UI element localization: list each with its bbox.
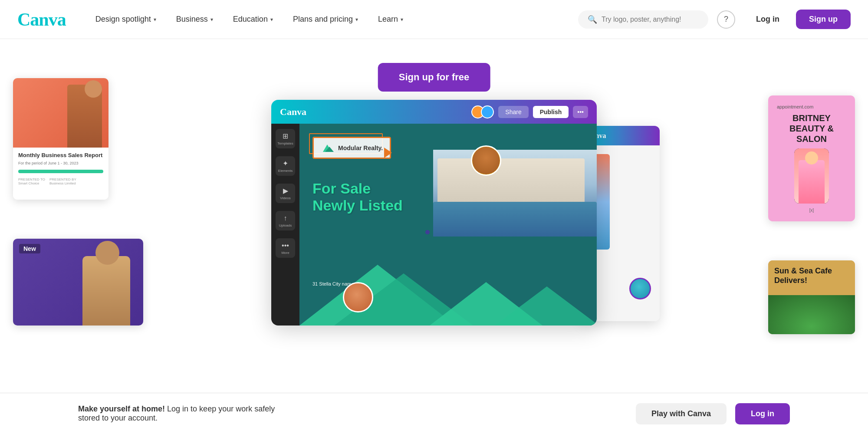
- banner-login-button[interactable]: Log in: [735, 403, 790, 424]
- publish-button[interactable]: Publish: [533, 106, 569, 118]
- right-card-beauty-salon: appointment.com BRITNEY BEAUTY & SALON […: [768, 95, 855, 221]
- editor-body: ⊞ Templates ✦ Elements ▶ Videos ↑ Upload…: [271, 124, 597, 326]
- decorative-leaves: [768, 295, 855, 334]
- person-figure: [82, 256, 130, 326]
- person-in-phone: [799, 160, 825, 204]
- canvas-arrow: [384, 148, 392, 158]
- search-bar: 🔍: [578, 10, 708, 29]
- left-card-business-report: Monthly Business Sales Report For the pe…: [13, 78, 108, 200]
- card-subtitle: For the period of June 1 - 30, 2023: [18, 161, 103, 165]
- realty-logo-icon: [321, 142, 334, 153]
- canvas-logo-box: Modular Realty.: [312, 137, 391, 159]
- canva-logo[interactable]: Canva: [17, 9, 66, 30]
- profile-circle-top: [471, 145, 501, 176]
- more-icon: •••: [282, 242, 289, 250]
- person-head: [95, 241, 119, 265]
- profile-face-bottom: [344, 283, 372, 311]
- card-inner: New: [13, 239, 143, 326]
- sidebar-tool-uploads[interactable]: ↑ Uploads: [276, 211, 295, 230]
- card-sub: [x]: [809, 208, 814, 213]
- search-input[interactable]: [602, 16, 699, 23]
- nav-item-education[interactable]: Education ▾: [225, 11, 281, 27]
- card-divider: [18, 170, 103, 173]
- sidebar-tool-more[interactable]: ••• More: [276, 238, 295, 258]
- right-card-cafe: Sun & Sea Cafe Delivers!: [768, 260, 855, 334]
- banner-bold-text: Make yourself at home!: [78, 404, 165, 413]
- chevron-down-icon: ▾: [154, 16, 156, 23]
- canvas-logo-text: Modular Realty.: [338, 145, 383, 151]
- play-with-canva-button[interactable]: Play with Canva: [636, 403, 727, 424]
- card-footer: PRESENTED TOSmart Choice PRESENTED BYBus…: [18, 178, 103, 185]
- cafe-title: Sun & Sea Cafe Delivers!: [774, 266, 849, 285]
- editor-mockup: Canva Share Publish ••• ⊞ Templates: [271, 100, 597, 326]
- chevron-down-icon: ▾: [270, 16, 273, 23]
- nav-item-design-spotlight[interactable]: Design spotlight ▾: [88, 11, 164, 27]
- cafe-top: Sun & Sea Cafe Delivers!: [768, 260, 855, 295]
- share-button[interactable]: Share: [498, 106, 528, 118]
- templates-icon: ⊞: [283, 132, 288, 140]
- bottom-banner: Make yourself at home! Log in to keep yo…: [0, 393, 868, 434]
- sidebar-tool-templates[interactable]: ⊞ Templates: [276, 129, 295, 148]
- card-info-area: Monthly Business Sales Report For the pe…: [13, 148, 108, 200]
- face-in-phone: [805, 151, 818, 164]
- house-image: [433, 150, 597, 237]
- main-content: Sign up for free Monthly Business Sales …: [0, 39, 868, 434]
- avatar-group: [471, 105, 494, 118]
- card-title: Monthly Business Sales Report: [18, 152, 103, 159]
- card-title: BRITNEY BEAUTY & SALON: [777, 113, 846, 144]
- sidebar-tool-elements[interactable]: ✦ Elements: [276, 156, 295, 176]
- chevron-down-icon: ▾: [210, 16, 213, 23]
- left-card-new: New: [13, 239, 143, 326]
- editor-canvas: Modular Realty. For Sale Newly Listed: [299, 124, 597, 326]
- cafe-bottom: [768, 295, 855, 334]
- profile-circle-bottom: [343, 282, 373, 312]
- banner-actions: Play with Canva Log in: [636, 403, 790, 424]
- sidebar-tool-videos[interactable]: ▶ Videos: [276, 184, 295, 203]
- canvas-design: Modular Realty. For Sale Newly Listed: [299, 124, 597, 326]
- nav-item-business[interactable]: Business ▾: [168, 11, 221, 27]
- navbar: Canva Design spotlight ▾ Business ▾ Educ…: [0, 0, 868, 39]
- signup-free-button[interactable]: Sign up for free: [378, 63, 490, 92]
- editor-topbar: Canva Share Publish •••: [271, 100, 597, 124]
- nav-item-plans-pricing[interactable]: Plans and pricing ▾: [285, 11, 366, 27]
- videos-icon: ▶: [283, 187, 288, 195]
- pool-water: [433, 202, 597, 237]
- avatar-2: [481, 105, 494, 118]
- footer-item-1: PRESENTED TOSmart Choice: [18, 178, 45, 185]
- for-sale-text: For Sale Newly Listed: [312, 180, 403, 214]
- card-tag: appointment.com: [777, 104, 813, 109]
- cursor-indicator: [425, 230, 430, 234]
- editor-sidebar: ⊞ Templates ✦ Elements ▶ Videos ↑ Upload…: [271, 124, 299, 326]
- elements-icon: ✦: [283, 159, 288, 168]
- editor-topbar-right: Share Publish •••: [471, 105, 588, 118]
- new-badge: New: [19, 244, 40, 253]
- search-icon: 🔍: [588, 15, 597, 24]
- signup-button[interactable]: Sign up: [796, 10, 851, 29]
- person-head: [85, 80, 102, 98]
- profile-face: [472, 147, 500, 174]
- uploads-icon: ↑: [284, 214, 287, 222]
- help-button[interactable]: ?: [717, 10, 735, 29]
- chevron-down-icon: ▾: [355, 16, 358, 23]
- ep2-person: [629, 278, 651, 299]
- phone-screen: [794, 148, 829, 204]
- login-button[interactable]: Log in: [744, 10, 792, 28]
- editor-logo: Canva: [280, 106, 306, 118]
- more-options-button[interactable]: •••: [573, 106, 588, 118]
- banner-message: Make yourself at home! Log in to keep yo…: [78, 404, 295, 423]
- nav-item-learn[interactable]: Learn ▾: [370, 11, 411, 27]
- phone-mockup: [794, 148, 829, 204]
- footer-item-2: PRESENTED BYBusiness Limited: [49, 178, 76, 185]
- chevron-down-icon: ▾: [401, 16, 403, 23]
- nav-links: Design spotlight ▾ Business ▾ Education …: [88, 11, 578, 27]
